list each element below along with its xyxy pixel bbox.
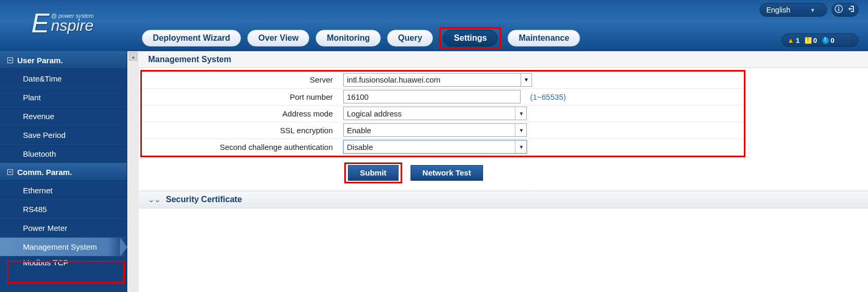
sidebar-item-revenue[interactable]: Revenue	[0, 107, 127, 125]
label-ssl: SSL encryption	[280, 126, 333, 135]
sidebar-item-plant[interactable]: Plant	[0, 88, 127, 107]
label-server: Server	[310, 75, 333, 84]
alarm-warning[interactable]: ▲ 1	[787, 36, 800, 44]
info-circle-icon	[822, 37, 829, 44]
sidebar-item-label: Ethernet	[23, 186, 53, 195]
tab-label: Settings	[454, 33, 487, 43]
highlight-box: Submit	[344, 162, 402, 183]
sidebar-item-save-period[interactable]: Save Period	[0, 125, 127, 144]
tab-label: Over View	[258, 33, 298, 43]
chevron-down-icon[interactable]: ▼	[521, 73, 532, 87]
warning-triangle-icon: ▲	[787, 36, 794, 44]
highlight-box: Server ▼ Port number (1~65535)	[140, 70, 745, 157]
sidebar-section-title: User Param.	[17, 56, 63, 65]
chevron-down-icon: ▼	[515, 107, 524, 120]
sidebar-item-modbus-tcp[interactable]: Modbus TCP	[0, 256, 127, 268]
button-label: Network Test	[423, 168, 471, 177]
header-icon-buttons	[831, 3, 859, 17]
sidebar-item-label: Date&Time	[23, 74, 62, 83]
sidebar-item-datetime[interactable]: Date&Time	[0, 69, 127, 88]
alarm-badges[interactable]: ▲ 1 0 0	[781, 33, 859, 47]
second-auth-select[interactable]: Disable ▼	[343, 140, 527, 154]
sidebar-item-label: Plant	[23, 93, 41, 102]
main-tabs: Deployment Wizard Over View Monitoring Q…	[142, 27, 580, 49]
panel-title: Management System	[139, 51, 868, 68]
ssl-select[interactable]: Enable ▼	[343, 123, 527, 137]
sidebar-section-title: Comm. Param.	[17, 168, 72, 177]
settings-form: Server ▼ Port number (1~65535)	[142, 72, 744, 156]
panel-title-text: Management System	[148, 55, 231, 64]
sidebar-item-label: Power Meter	[23, 224, 67, 232]
scroll-up-icon[interactable]: ▴	[129, 52, 137, 61]
server-combo[interactable]: ▼	[343, 73, 532, 87]
sidebar-item-label: RS485	[23, 205, 47, 214]
button-label: Submit	[360, 168, 387, 177]
language-value: English	[766, 6, 790, 14]
header: E @ power system nspire English ▼ ▲ 1 0	[0, 0, 868, 51]
tab-maintenance[interactable]: Maintenance	[508, 30, 580, 46]
sidebar: − User Param. Date&Time Plant Revenue Sa…	[0, 51, 127, 292]
port-input[interactable]	[343, 90, 521, 103]
main-content: Management System Server ▼ Port number	[139, 51, 868, 292]
collapse-icon: −	[7, 57, 13, 63]
tab-label: Query	[398, 33, 422, 43]
network-test-button[interactable]: Network Test	[411, 165, 483, 181]
label-address-mode: Address mode	[282, 109, 333, 118]
header-tools: English ▼	[760, 3, 859, 17]
submit-button[interactable]: Submit	[348, 165, 399, 181]
tab-monitoring[interactable]: Monitoring	[316, 30, 381, 46]
info-icon[interactable]	[835, 5, 843, 15]
svg-rect-1	[838, 8, 839, 11]
sidebar-item-label: Bluetooth	[23, 149, 56, 158]
tab-overview[interactable]: Over View	[247, 30, 309, 46]
port-hint: (1~65535)	[530, 92, 566, 101]
address-mode-select[interactable]: Logical address ▼	[343, 107, 527, 120]
alarm-minor-count: 0	[813, 37, 817, 44]
sidebar-item-rs485[interactable]: RS485	[0, 200, 127, 218]
alarm-info-count: 0	[830, 37, 834, 44]
brand-letter: E	[31, 9, 49, 37]
sidebar-item-bluetooth[interactable]: Bluetooth	[0, 144, 127, 163]
sidebar-section-comm-param[interactable]: − Comm. Param.	[0, 163, 127, 181]
sidebar-item-management-system[interactable]: Management System	[0, 237, 127, 256]
sidebar-item-label: Management System	[23, 242, 97, 251]
sidebar-item-label: Save Period	[23, 131, 66, 139]
section-title: Security Certificate	[166, 195, 242, 204]
alarm-minor[interactable]: 0	[805, 37, 817, 44]
sidebar-section-user-param[interactable]: − User Param.	[0, 51, 127, 69]
chevron-down-icon: ▼	[515, 141, 524, 153]
language-select[interactable]: English ▼	[760, 3, 827, 17]
sidebar-item-label: Revenue	[23, 112, 54, 121]
button-row: Submit Network Test	[139, 157, 868, 191]
minor-square-icon	[805, 37, 812, 44]
tab-label: Maintenance	[519, 33, 569, 43]
select-value: Enable	[347, 126, 371, 135]
select-value: Disable	[347, 143, 373, 151]
chevron-down-icon: ▼	[515, 124, 524, 136]
tab-deployment-wizard[interactable]: Deployment Wizard	[142, 30, 241, 46]
alarm-warning-count: 1	[796, 37, 800, 44]
tab-label: Deployment Wizard	[153, 33, 230, 43]
tab-label: Monitoring	[327, 33, 370, 43]
tab-query[interactable]: Query	[387, 30, 433, 46]
tab-settings[interactable]: Settings	[443, 30, 498, 46]
logout-icon[interactable]	[848, 5, 856, 15]
security-certificate-section[interactable]: ⌄⌄ Security Certificate	[139, 191, 868, 208]
expand-icon: ⌄⌄	[148, 195, 161, 204]
collapse-icon: −	[7, 169, 13, 175]
label-second-auth: Second challenge authentication	[220, 143, 333, 151]
brand-name: nspire	[51, 18, 94, 33]
highlight-box: Settings	[439, 27, 501, 49]
sidebar-item-ethernet[interactable]: Ethernet	[0, 181, 127, 200]
chevron-down-icon: ▼	[810, 7, 815, 13]
sidebar-item-power-meter[interactable]: Power Meter	[0, 218, 127, 237]
alarm-info[interactable]: 0	[822, 37, 834, 44]
select-value: Logical address	[347, 109, 402, 118]
brand-logo: E @ power system nspire	[31, 9, 94, 37]
server-input[interactable]	[343, 73, 521, 87]
svg-rect-2	[838, 7, 839, 8]
label-port: Port number	[290, 92, 333, 101]
sidebar-item-label: Modbus TCP	[23, 258, 68, 267]
sidebar-scrollbar[interactable]: ▴	[127, 51, 139, 292]
